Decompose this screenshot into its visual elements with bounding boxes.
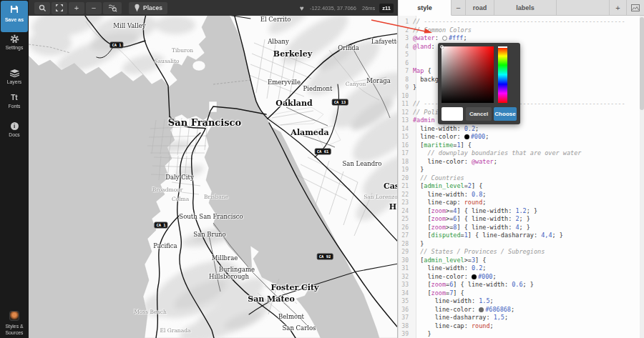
inspector-button[interactable] [103, 2, 122, 14]
map-canvas[interactable]: Mill ValleyEl CerritoAlbanyBerkeleyOrind… [29, 0, 398, 338]
code-line[interactable]: 15 line-color: #000; [399, 133, 644, 141]
color-swatch[interactable] [472, 274, 477, 279]
collapse-editor-button[interactable]: − [452, 0, 466, 15]
code-line[interactable]: 33 [zoom=6] { line-width: 0.6; } [399, 281, 644, 289]
search-button[interactable] [34, 2, 50, 14]
saturation-square[interactable] [441, 46, 494, 103]
code-line[interactable]: 38 line-cap: round; [399, 322, 644, 331]
color-swatch[interactable] [479, 307, 484, 312]
zoom-in-button[interactable]: + [69, 2, 84, 14]
favorite-icon[interactable]: ♥ [300, 4, 304, 12]
code-line[interactable]: 31 line-width: 0.2; [399, 264, 644, 273]
code-line[interactable]: 32 line-color: #000; [399, 273, 644, 282]
code-line[interactable]: 23 line-cap: round; [399, 199, 644, 207]
code-line[interactable]: 29 // States / Provinces / Subregions [399, 248, 644, 257]
map-place-label: Berkeley [273, 49, 312, 59]
code-line[interactable]: 3@water: #fff; [399, 34, 644, 43]
code-line[interactable]: 13#admin { [399, 116, 644, 125]
saturation-cursor[interactable] [440, 45, 444, 49]
image-export-button[interactable] [626, 0, 644, 15]
road-shield: CA 92 [317, 254, 333, 260]
code-line[interactable]: 39 } [399, 330, 644, 338]
code-line[interactable]: 1// ------------------------------------… [399, 18, 644, 26]
code-line[interactable]: 16 [maritime=1] { [399, 141, 644, 150]
code-line[interactable]: 14 line-width: 0.2; [399, 125, 644, 134]
app-sidebar: Save as Settings Layers Tt [0, 0, 29, 338]
zoom-out-button[interactable]: − [86, 2, 102, 14]
cancel-button[interactable]: Cancel [466, 107, 492, 121]
editor-scrollbar[interactable] [640, 16, 644, 338]
pin-icon [134, 4, 140, 12]
tab-road[interactable]: road [466, 0, 494, 15]
expand-arrows-icon [55, 4, 64, 12]
tab-labels[interactable]: labels [494, 0, 557, 15]
code-line[interactable]: 27 [disputed=1] { line-dasharray: 4,4; } [399, 232, 644, 240]
map-place-label: San Bruno [193, 231, 225, 238]
hue-cursor[interactable] [498, 46, 507, 48]
sidebar-item-docs[interactable]: i Docs [0, 121, 29, 137]
code-line[interactable]: 6 [399, 59, 644, 68]
code-line[interactable]: 37 line-dasharray: 1,5; [399, 314, 644, 322]
map-place-label: San Carlos [283, 324, 316, 332]
tab-spacer [557, 0, 609, 15]
map-place-label: Belmont [278, 313, 304, 320]
line-number: 19 [399, 166, 413, 174]
save-as-button[interactable]: Save as [1, 1, 28, 32]
code-line[interactable]: 34 [zoom=7] { [399, 289, 644, 298]
color-swatch[interactable] [464, 134, 469, 139]
code-line[interactable]: 4@land: #fff; [399, 43, 644, 51]
map-status: ♥ -122.4035, 37.7066 26ms z11 [300, 4, 394, 13]
mapbox-studio-app: Mill ValleyEl CerritoAlbanyBerkeleyOrind… [0, 0, 644, 338]
code-line[interactable]: 8 background-color: @land; [399, 76, 644, 84]
code-line[interactable]: 12// Political boundaries // [399, 109, 644, 117]
code-line[interactable]: 9} [399, 84, 644, 92]
hue-slider[interactable] [498, 46, 507, 103]
map-place-label: El Cerrito [260, 16, 291, 23]
color-swatch[interactable] [442, 36, 447, 41]
code-line[interactable]: 10 [399, 92, 644, 101]
map-place-label: Burlingame [219, 266, 255, 273]
code-line[interactable]: 11// -----------------------------------… [399, 100, 644, 109]
code-line[interactable]: 18 line-color: @water; [399, 158, 644, 166]
editor-tab-bar: style − road labels + [399, 0, 644, 16]
code-line[interactable]: 26 [zoom>=8] { line-width: 4; } [399, 224, 644, 232]
code-line[interactable]: 17 // downplay boundaries that are over … [399, 149, 644, 158]
color-picker-popup: Cancel Choose [438, 43, 520, 124]
map-place-label: El Granada [160, 327, 191, 334]
cartocss-code-editor[interactable]: 1// ------------------------------------… [399, 16, 644, 338]
tab-style[interactable]: style [399, 0, 452, 16]
line-number: 7 [399, 67, 413, 76]
code-line[interactable]: 7Map { [399, 67, 644, 76]
code-line[interactable]: 25 [zoom>=6] { line-width: 2; } [399, 215, 644, 224]
sidebar-item-styles-sources[interactable]: Styles & Sources [0, 311, 29, 336]
code-line[interactable]: 19 } [399, 166, 644, 174]
code-line[interactable]: 28 } [399, 240, 644, 249]
line-number: 6 [399, 59, 413, 68]
code-line[interactable]: 30 [admin_level>=3] { [399, 257, 644, 265]
code-line[interactable]: 35 line-width: 1.5; [399, 297, 644, 306]
line-number: 38 [399, 322, 413, 331]
fonts-icon: Tt [11, 94, 17, 101]
code-line[interactable]: 36 line-color: #686868; [399, 306, 644, 314]
inspector-icon [108, 4, 117, 12]
style-thumbnail-icon [9, 311, 19, 321]
fullscreen-button[interactable] [52, 2, 67, 14]
places-button[interactable]: Places [129, 2, 167, 14]
map-place-label: Tiburon [172, 47, 193, 54]
sidebar-item-settings[interactable]: Settings [0, 34, 29, 50]
code-line[interactable]: 22 line-width: 0.8; [399, 191, 644, 199]
sidebar-item-layers[interactable]: Layers [0, 69, 29, 84]
scrollbar-thumb[interactable] [640, 17, 644, 110]
sidebar-item-fonts[interactable]: Tt Fonts [0, 93, 29, 109]
code-line[interactable]: 5 [399, 51, 644, 59]
map-place-label: H [389, 202, 396, 212]
code-line[interactable]: 24 [zoom>=4] { line-width: 1.2; } [399, 207, 644, 216]
choose-button[interactable]: Choose [494, 107, 517, 121]
code-line[interactable]: 2// Common Colors [399, 26, 644, 35]
code-line[interactable]: 20 // Countries [399, 174, 644, 183]
line-number: 22 [399, 191, 413, 199]
map-place-label: Moss Beach [134, 309, 167, 315]
code-line[interactable]: 21 [admin_level=2] { [399, 182, 644, 191]
add-tab-button[interactable]: + [609, 0, 626, 15]
road-shield: CA 1 [154, 222, 167, 229]
